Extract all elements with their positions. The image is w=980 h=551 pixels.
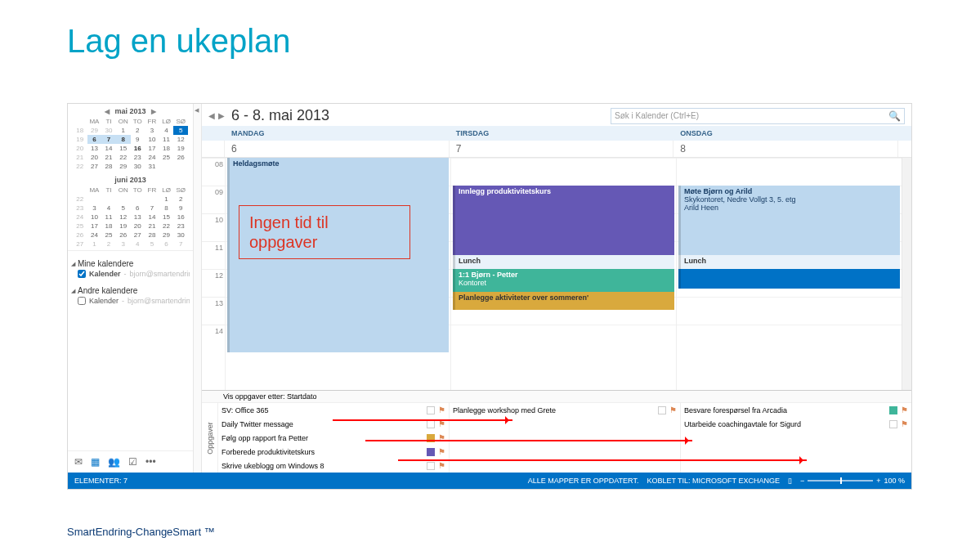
minical-day[interactable]: 21 bbox=[101, 153, 116, 162]
search-input[interactable]: Søk i Kalender (Ctrl+E) 🔍 bbox=[611, 108, 905, 124]
flag-icon[interactable]: ⚑ bbox=[901, 405, 908, 414]
more-icon[interactable]: ••• bbox=[145, 456, 156, 468]
event-lunch-wed[interactable]: Lunch bbox=[678, 255, 900, 269]
minical-day[interactable]: 15 bbox=[116, 144, 131, 153]
minical-day[interactable]: 23 bbox=[173, 222, 188, 231]
minical-day[interactable]: 12 bbox=[173, 135, 188, 144]
event-innlegg[interactable]: Innlegg produktivitetskurs bbox=[453, 186, 674, 255]
minical-day[interactable]: 17 bbox=[145, 144, 159, 153]
minical-day[interactable]: 9 bbox=[173, 204, 188, 213]
minical-day[interactable]: 12 bbox=[116, 213, 131, 222]
flag-icon[interactable]: ⚑ bbox=[901, 419, 908, 428]
minical-day[interactable]: 25 bbox=[101, 231, 116, 240]
minical-day[interactable] bbox=[116, 195, 131, 204]
minical-day[interactable]: 2 bbox=[173, 195, 188, 204]
minical-day[interactable]: 26 bbox=[173, 153, 188, 162]
people-icon[interactable]: 👥 bbox=[108, 456, 120, 468]
date-cell[interactable]: 7 bbox=[450, 141, 674, 157]
day-col-tue[interactable]: Innlegg produktivitetskurs Lunch 1:1 Bjø… bbox=[450, 158, 676, 390]
minical-day[interactable]: 24 bbox=[87, 231, 102, 240]
flag-icon[interactable]: ⚑ bbox=[438, 419, 445, 428]
minical-day[interactable]: 1 bbox=[116, 126, 131, 135]
minical-day[interactable]: 6 bbox=[159, 240, 174, 249]
date-cell[interactable]: 6 bbox=[225, 141, 450, 157]
minical-day[interactable]: 10 bbox=[87, 213, 102, 222]
task-row[interactable]: Besvare forespørsel fra Arcadia⚑ bbox=[684, 403, 908, 417]
minical-day[interactable]: 13 bbox=[87, 144, 102, 153]
flag-icon[interactable]: ⚑ bbox=[438, 433, 445, 442]
minical-day[interactable] bbox=[145, 195, 159, 204]
flag-icon[interactable]: ⚑ bbox=[438, 461, 445, 470]
task-row[interactable]: Utarbeide coachingavtale for Sigurd⚑ bbox=[684, 417, 908, 431]
view-toggle-icon[interactable]: ▯ bbox=[788, 477, 792, 485]
cal-checkbox-2[interactable] bbox=[78, 297, 86, 305]
task-row[interactable]: Skrive ukeblogg om Windows 8⚑ bbox=[222, 459, 445, 473]
minical-day[interactable]: 20 bbox=[131, 222, 145, 231]
task-row[interactable]: Daily Twitter message⚑ bbox=[222, 417, 445, 431]
prev-range-icon[interactable]: ◀ bbox=[208, 111, 215, 120]
minical-day[interactable]: 4 bbox=[159, 126, 174, 135]
minical-day[interactable]: 31 bbox=[145, 162, 159, 171]
minical-day[interactable]: 16 bbox=[131, 144, 145, 153]
event-lunch-tue[interactable]: Lunch bbox=[453, 255, 674, 269]
minical-day[interactable]: 28 bbox=[101, 162, 116, 171]
minical-day[interactable]: 7 bbox=[145, 204, 159, 213]
cal-checkbox[interactable] bbox=[78, 270, 86, 278]
task-row[interactable]: Planlegge workshop med Grete⚑ bbox=[453, 403, 677, 417]
task-row[interactable]: Forberede produktivitetskurs⚑ bbox=[222, 445, 445, 459]
minical-day[interactable]: 3 bbox=[145, 126, 159, 135]
minical-day[interactable]: 1 bbox=[159, 195, 174, 204]
minical-day[interactable]: 29 bbox=[116, 162, 131, 171]
minical-day[interactable]: 26 bbox=[116, 231, 131, 240]
minical-day[interactable]: 22 bbox=[159, 222, 174, 231]
cal-item-andre[interactable]: Kalender - bjorn@smartendring.no bbox=[71, 297, 190, 305]
minical-june[interactable]: juni 2013 MATIONTOFRLØSØ2212233456789241… bbox=[68, 172, 193, 250]
minical-day[interactable]: 30 bbox=[131, 162, 145, 171]
minical-day[interactable]: 4 bbox=[131, 240, 145, 249]
minical-day[interactable]: 5 bbox=[116, 204, 131, 213]
zoom-in-icon[interactable]: + bbox=[876, 477, 880, 485]
minical-day[interactable]: 29 bbox=[87, 126, 102, 135]
event-1-1[interactable]: 1:1 Bjørn - Petter Kontoret bbox=[453, 269, 674, 292]
minical-day[interactable]: 17 bbox=[87, 222, 102, 231]
minical-may[interactable]: ◀ mai 2013 ▶ MATIONTOFRLØSØ1829301234519… bbox=[68, 104, 193, 172]
minical-day[interactable]: 14 bbox=[145, 213, 159, 222]
minical-day[interactable]: 23 bbox=[131, 153, 145, 162]
minical-day[interactable]: 30 bbox=[173, 231, 188, 240]
search-icon[interactable]: 🔍 bbox=[888, 110, 901, 122]
minical-day[interactable]: 7 bbox=[173, 240, 188, 249]
minical-day[interactable]: 19 bbox=[173, 144, 188, 153]
next-month-icon[interactable]: ▶ bbox=[150, 108, 158, 115]
minical-day[interactable]: 16 bbox=[173, 213, 188, 222]
minical-day[interactable]: 2 bbox=[101, 240, 116, 249]
minical-day[interactable]: 30 bbox=[101, 126, 116, 135]
minical-day[interactable]: 24 bbox=[145, 153, 159, 162]
minical-day[interactable]: 18 bbox=[159, 144, 174, 153]
minical-day[interactable]: 5 bbox=[145, 240, 159, 249]
flag-icon[interactable]: ⚑ bbox=[669, 405, 677, 414]
minical-day[interactable]: 27 bbox=[87, 162, 102, 171]
minical-day[interactable]: 7 bbox=[101, 135, 116, 144]
minical-day[interactable]: 11 bbox=[101, 213, 116, 222]
zoom-slider[interactable] bbox=[808, 480, 873, 482]
minical-day[interactable]: 5 bbox=[173, 126, 188, 135]
flag-icon[interactable]: ⚑ bbox=[438, 447, 445, 456]
minical-day[interactable] bbox=[131, 195, 145, 204]
minical-day[interactable]: 1 bbox=[87, 240, 102, 249]
date-cell[interactable]: 8 bbox=[673, 141, 898, 157]
minical-day[interactable]: 28 bbox=[145, 231, 159, 240]
task-row[interactable]: SV: Office 365⚑ bbox=[222, 403, 445, 417]
minical-day[interactable]: 25 bbox=[159, 153, 174, 162]
calendar-icon[interactable]: ▦ bbox=[91, 456, 100, 468]
minical-day[interactable]: 6 bbox=[131, 204, 145, 213]
minical-day[interactable]: 15 bbox=[159, 213, 174, 222]
tasks-icon[interactable]: ☑ bbox=[128, 456, 137, 468]
tasks-header[interactable]: Vis oppgaver etter: Startdato bbox=[202, 391, 911, 403]
minical-day[interactable]: 19 bbox=[116, 222, 131, 231]
minical-day[interactable]: 4 bbox=[101, 204, 116, 213]
minical-day[interactable]: 9 bbox=[131, 135, 145, 144]
minical-day[interactable]: 13 bbox=[131, 213, 145, 222]
cal-item-mine[interactable]: Kalender - bjorn@smartendring.no bbox=[71, 270, 190, 278]
cal-group-mine[interactable]: Mine kalendere bbox=[71, 259, 190, 268]
event-blank-wed[interactable] bbox=[678, 269, 900, 289]
